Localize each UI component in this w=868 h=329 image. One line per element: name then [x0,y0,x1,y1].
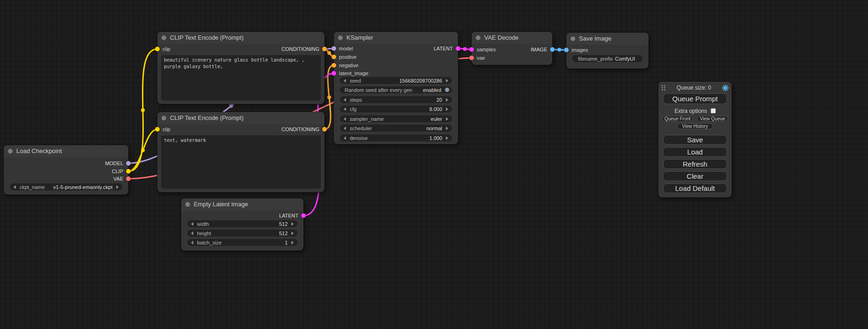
model-input-dot[interactable] [332,46,336,51]
prompt-textarea[interactable]: beautiful scenery nature glass bottle la… [161,55,321,100]
output-model[interactable]: MODEL [102,160,131,167]
decrement-arrow-icon[interactable] [344,136,346,140]
conditioning-output-dot[interactable] [322,127,327,132]
node-clip-text-encode-positive[interactable]: CLIP Text Encode (Prompt) clip CONDITION… [157,32,325,104]
load-default-button[interactable]: Load Default [663,183,727,193]
output-clip[interactable]: CLIP [109,168,131,175]
settings-gear-icon[interactable] [722,84,729,91]
input-clip[interactable]: clip [155,126,173,133]
latent-input-dot[interactable] [332,71,336,76]
collapse-dot-icon[interactable] [571,36,575,41]
clear-button[interactable]: Clear [663,171,727,181]
node-save-image[interactable]: Save Image images filename_prefix ComfyU… [566,33,649,69]
decrement-arrow-icon[interactable] [191,222,193,226]
decrement-arrow-icon[interactable] [344,117,346,121]
input-model[interactable]: model [332,45,356,52]
node-load-checkpoint[interactable]: Load Checkpoint MODEL CLIP VAE ckpt_name… [4,145,128,195]
output-latent[interactable]: LATENT [276,212,306,219]
input-images[interactable]: images [564,46,591,54]
output-image[interactable]: IMAGE [528,46,555,53]
increment-arrow-icon[interactable] [291,231,294,235]
increment-arrow-icon[interactable] [291,222,294,226]
negative-input-dot[interactable] [332,63,336,68]
conditioning-output-dot[interactable] [322,47,327,51]
image-output-dot[interactable] [550,47,555,52]
node-graph-canvas[interactable]: Load Checkpoint MODEL CLIP VAE ckpt_name… [0,0,868,329]
increment-arrow-icon[interactable] [446,126,448,130]
input-vae[interactable]: vae [469,54,488,62]
node-vae-decode[interactable]: VAE Decode samples vae IMAGE [472,32,552,65]
node-title-bar[interactable]: CLIP Text Encode (Prompt) [157,112,325,124]
input-clip[interactable]: clip [155,45,173,53]
scheduler-widget[interactable]: scheduler normal [340,125,452,132]
prompt-textarea[interactable]: text, watermark [161,135,321,189]
height-widget[interactable]: height 512 [187,230,297,237]
output-latent[interactable]: LATENT [431,45,460,52]
output-conditioning[interactable]: CONDITIONING [279,45,327,53]
queue-panel[interactable]: Queue size: 0 Queue Prompt Extra options… [658,82,732,197]
batch-size-widget[interactable]: batch_size 1 [187,239,297,246]
decrement-arrow-icon[interactable] [344,98,346,102]
cfg-widget[interactable]: cfg 8.000 [340,105,452,112]
queue-prompt-button[interactable]: Queue Prompt [663,93,727,104]
input-negative[interactable]: negative [332,62,361,69]
latent-output-dot[interactable] [456,46,460,51]
node-ksampler[interactable]: KSampler model positive negative latent_… [334,32,458,144]
collapse-dot-icon[interactable] [8,149,13,154]
input-positive[interactable]: positive [332,53,359,61]
random-seed-toggle-widget[interactable]: Random seed after every gen enabled [340,86,452,93]
collapse-dot-icon[interactable] [162,116,166,120]
drag-handle-icon[interactable] [661,84,666,91]
collapse-dot-icon[interactable] [476,35,480,40]
collapse-dot-icon[interactable] [162,35,166,40]
node-title-bar[interactable]: VAE Decode [472,32,552,44]
vae-input-dot[interactable] [469,56,474,60]
vae-output-dot[interactable] [126,176,131,181]
clip-output-dot[interactable] [126,169,131,174]
decrement-arrow-icon[interactable] [344,126,346,130]
ckpt-name-widget[interactable]: ckpt_name v1-5-pruned-emaonly.ckpt [10,183,122,190]
filename-prefix-widget[interactable]: filename_prefix ComfyUI [572,55,642,62]
seed-widget[interactable]: seed 156680208700286 [340,77,452,84]
decrement-arrow-icon[interactable] [191,241,193,245]
increment-arrow-icon[interactable] [116,185,119,189]
node-title-bar[interactable]: CLIP Text Encode (Prompt) [157,32,325,44]
toggle-dot[interactable] [445,88,449,92]
input-samples[interactable]: samples [469,46,499,53]
refresh-button[interactable]: Refresh [663,159,727,169]
decrement-arrow-icon[interactable] [344,107,346,111]
model-output-dot[interactable] [126,161,131,166]
increment-arrow-icon[interactable] [446,107,448,111]
view-queue-button[interactable]: View Queue [697,116,728,122]
increment-arrow-icon[interactable] [446,117,448,121]
extra-options-checkbox[interactable] [711,108,716,113]
increment-arrow-icon[interactable] [446,136,448,140]
positive-input-dot[interactable] [332,55,336,59]
steps-widget[interactable]: steps 20 [340,96,452,103]
decrement-arrow-icon[interactable] [344,79,346,83]
latent-output-dot[interactable] [301,213,306,218]
node-clip-text-encode-negative[interactable]: CLIP Text Encode (Prompt) clip CONDITION… [157,112,325,192]
decrement-arrow-icon[interactable] [191,231,193,235]
samples-input-dot[interactable] [469,47,474,52]
images-input-dot[interactable] [564,48,569,52]
node-title-bar[interactable]: Empty Latent Image [181,198,303,210]
node-title-bar[interactable]: KSampler [334,32,458,44]
node-empty-latent-image[interactable]: Empty Latent Image LATENT width 512 heig… [181,198,303,251]
input-latent-image[interactable]: latent_image [332,70,371,77]
denoise-widget[interactable]: denoise 1.000 [340,134,452,141]
clip-input-dot[interactable] [155,47,160,51]
load-button[interactable]: Load [663,147,727,157]
view-history-button[interactable]: View History [677,123,713,129]
save-button[interactable]: Save [663,135,727,145]
queue-front-button[interactable]: Queue Front [662,116,693,122]
increment-arrow-icon[interactable] [446,79,448,83]
node-title-bar[interactable]: Load Checkpoint [4,145,128,157]
decrement-arrow-icon[interactable] [14,185,16,189]
increment-arrow-icon[interactable] [291,241,294,245]
collapse-dot-icon[interactable] [338,35,343,40]
collapse-dot-icon[interactable] [185,202,190,207]
increment-arrow-icon[interactable] [446,98,448,102]
output-conditioning[interactable]: CONDITIONING [279,126,327,133]
clip-input-dot[interactable] [155,127,160,132]
